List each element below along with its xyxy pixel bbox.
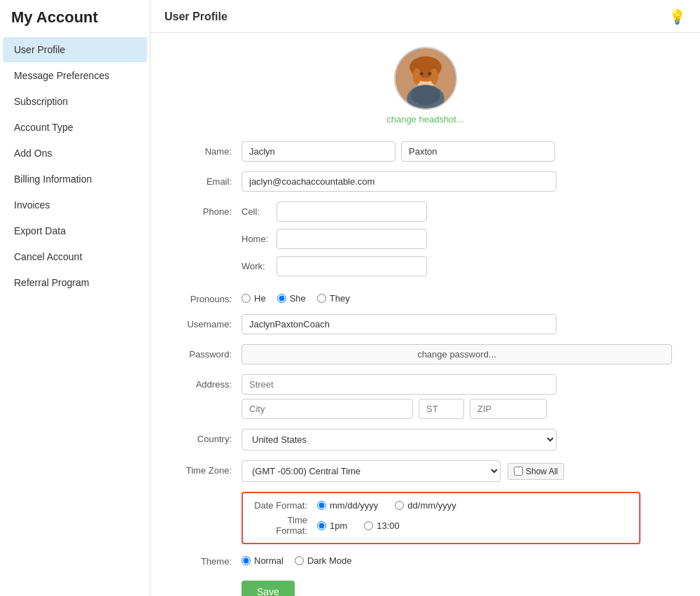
save-row: Save xyxy=(178,576,672,596)
work-row: Work: xyxy=(241,256,672,276)
sidebar-item-subscription[interactable]: Subscription xyxy=(3,89,147,114)
timezone-controls: (GMT -05:00) Central Time (GMT -08:00) P… xyxy=(241,460,564,482)
pronouns-group: He She They xyxy=(241,289,350,304)
phone-row: Phone: Cell: Home: Work: xyxy=(178,201,672,279)
username-row: Username: xyxy=(178,314,672,334)
time-format-options: 1pm 13:00 xyxy=(317,520,400,531)
svg-point-9 xyxy=(410,85,440,106)
date-format-dmy-radio[interactable] xyxy=(395,501,404,510)
sidebar-item-add-ons[interactable]: Add Ons xyxy=(3,141,147,166)
date-format-label: Date Format: xyxy=(254,500,317,511)
avatar-section: change headshot... xyxy=(178,47,672,125)
sidebar-item-message-preferences[interactable]: Message Preferences xyxy=(3,63,147,88)
theme-normal-radio[interactable] xyxy=(241,556,251,565)
theme-row: Theme: Normal Dark Mode xyxy=(178,551,672,567)
save-button[interactable]: Save xyxy=(241,581,295,596)
avatar-image xyxy=(396,47,456,110)
theme-dark-radio[interactable] xyxy=(295,556,304,565)
show-all-checkbox[interactable] xyxy=(514,467,523,476)
time-format-24h-radio[interactable] xyxy=(364,521,373,530)
date-format-dmy[interactable]: dd/mm/yyyy xyxy=(395,500,456,511)
time-format-label: Time Format: xyxy=(254,515,317,536)
pronoun-she[interactable]: She xyxy=(277,293,306,304)
svg-point-8 xyxy=(428,72,431,76)
cell-label: Cell: xyxy=(241,206,270,217)
time-format-12h[interactable]: 1pm xyxy=(317,520,347,531)
email-label: Email: xyxy=(178,171,241,187)
sidebar-item-account-type[interactable]: Account Type xyxy=(3,115,147,140)
main-header: User Profile 💡 xyxy=(150,0,700,33)
pronoun-they[interactable]: They xyxy=(317,293,350,304)
first-name-input[interactable] xyxy=(241,141,396,162)
zip-input[interactable] xyxy=(470,399,547,419)
time-format-row: Time Format: 1pm 13:00 xyxy=(254,515,628,536)
city-input[interactable] xyxy=(241,399,413,419)
show-all-text: Show All xyxy=(526,467,558,476)
timezone-row: Time Zone: (GMT -05:00) Central Time (GM… xyxy=(178,460,672,482)
show-all-label[interactable]: Show All xyxy=(507,463,564,480)
phone-label: Phone: xyxy=(178,201,241,217)
password-controls: change password... xyxy=(241,344,672,364)
sidebar-item-referral-program[interactable]: Referral Program xyxy=(3,270,147,295)
time-format-24h[interactable]: 13:00 xyxy=(364,520,400,531)
country-label: Country: xyxy=(178,429,241,444)
state-input[interactable] xyxy=(419,399,464,419)
app-title: My Account xyxy=(0,0,150,36)
cell-row: Cell: xyxy=(241,201,672,222)
date-format-dmy-label: dd/mm/yyyy xyxy=(407,500,456,511)
country-select[interactable]: United States Canada United Kingdom Aust… xyxy=(241,429,556,450)
street-input[interactable] xyxy=(241,374,556,395)
theme-dark[interactable]: Dark Mode xyxy=(295,555,352,566)
theme-normal[interactable]: Normal xyxy=(241,555,284,566)
page-title: User Profile xyxy=(164,10,227,23)
main-content: User Profile 💡 cha xyxy=(150,0,700,596)
sidebar-item-invoices[interactable]: Invoices xyxy=(3,192,147,218)
pronoun-they-radio[interactable] xyxy=(317,294,326,303)
pronoun-he[interactable]: He xyxy=(241,293,266,304)
change-password-button[interactable]: change password... xyxy=(241,344,672,364)
theme-dark-label: Dark Mode xyxy=(307,555,352,566)
country-controls: United States Canada United Kingdom Aust… xyxy=(241,429,672,450)
change-headshot-link[interactable]: change headshot... xyxy=(386,114,464,125)
pronoun-he-radio[interactable] xyxy=(241,294,251,303)
name-label: Name: xyxy=(178,141,241,157)
username-label: Username: xyxy=(178,314,241,329)
home-label: Home: xyxy=(241,234,270,244)
cell-input[interactable] xyxy=(276,201,427,222)
time-format-12h-radio[interactable] xyxy=(317,521,326,530)
sidebar-item-cancel-account[interactable]: Cancel Account xyxy=(3,244,147,269)
home-input[interactable] xyxy=(276,229,427,249)
date-format-mdy-label: mm/dd/yyyy xyxy=(330,500,378,511)
sidebar-item-user-profile[interactable]: User Profile xyxy=(3,37,147,62)
username-controls xyxy=(241,314,672,334)
time-format-24h-label: 13:00 xyxy=(377,520,400,531)
work-input[interactable] xyxy=(276,256,427,276)
email-input[interactable] xyxy=(241,171,556,192)
date-format-options: mm/dd/yyyy dd/mm/yyyy xyxy=(317,500,456,511)
date-format-mdy-radio[interactable] xyxy=(317,501,326,510)
phone-controls: Cell: Home: Work: xyxy=(241,201,672,279)
theme-normal-label: Normal xyxy=(254,555,284,566)
address-label: Address: xyxy=(178,374,241,390)
timezone-select[interactable]: (GMT -05:00) Central Time (GMT -08:00) P… xyxy=(241,460,500,482)
last-name-input[interactable] xyxy=(401,141,555,162)
pronoun-she-radio[interactable] xyxy=(277,294,286,303)
svg-point-5 xyxy=(412,69,420,85)
pronoun-she-label: She xyxy=(290,293,306,304)
city-state-zip-row xyxy=(241,399,672,419)
address-controls xyxy=(241,374,672,419)
sidebar: My Account User ProfileMessage Preferenc… xyxy=(0,0,150,596)
pronouns-row: Pronouns: He She They xyxy=(178,289,672,304)
sidebar-nav: User ProfileMessage PreferencesSubscript… xyxy=(0,37,150,295)
date-format-mdy[interactable]: mm/dd/yyyy xyxy=(317,500,378,511)
address-row: Address: xyxy=(178,374,672,419)
theme-group: Normal Dark Mode xyxy=(241,551,351,566)
pronoun-he-label: He xyxy=(254,293,266,304)
pronouns-label: Pronouns: xyxy=(178,289,241,304)
home-row: Home: xyxy=(241,229,672,249)
email-row: Email: xyxy=(178,171,672,192)
sidebar-item-export-data[interactable]: Export Data xyxy=(3,218,147,243)
sidebar-item-billing-information[interactable]: Billing Information xyxy=(3,166,147,192)
username-input[interactable] xyxy=(241,314,556,334)
lightbulb-icon[interactable]: 💡 xyxy=(668,8,686,25)
